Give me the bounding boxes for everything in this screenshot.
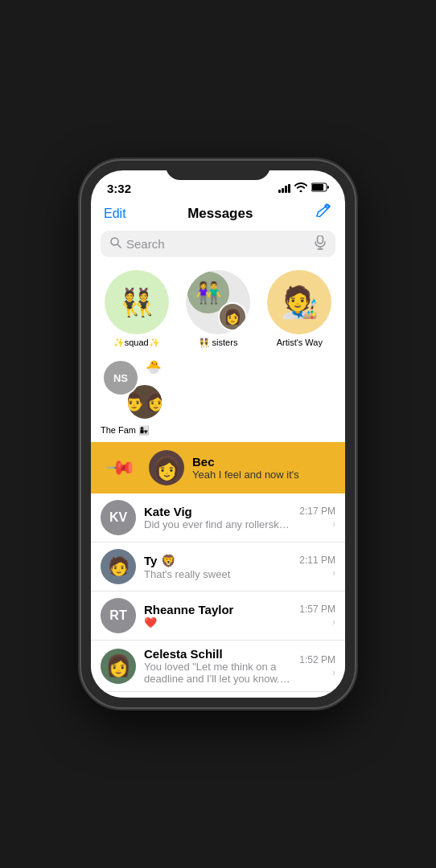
bec-preview: Yeah I feel and now it's — [192, 469, 335, 481]
ty-time: 2:11 PM — [299, 555, 335, 566]
kate-vig-name: Kate Vig — [144, 505, 291, 518]
message-row-charlotte[interactable]: CJ Charlotte Judge 10:18 AM › — [91, 692, 345, 698]
message-list: KV Kate Vig Did you ever find any roller… — [91, 493, 345, 698]
rheanne-chevron: › — [332, 616, 335, 628]
notch — [166, 161, 270, 180]
ty-name: Ty 🦁 — [144, 554, 291, 568]
messages-header: Edit Messages — [91, 199, 345, 231]
signal-icon — [278, 184, 290, 193]
group-artists-way[interactable]: 🧑‍🎨 Artist's Way — [261, 270, 339, 348]
kate-vig-time: 2:17 PM — [299, 506, 335, 517]
rheanne-body: Rheanne Taylor ❤️ — [144, 603, 291, 628]
group-sisters[interactable]: 👫 👩 👯 sisters — [179, 270, 257, 348]
search-placeholder: Search — [126, 237, 310, 251]
celesta-body: Celesta Schill You loved "Let me think o… — [144, 647, 291, 685]
status-time: 3:32 — [107, 182, 131, 195]
compose-button[interactable] — [315, 203, 332, 224]
bec-name: Bec — [192, 455, 335, 469]
fam-label: The Fam 👩‍👧 — [101, 425, 150, 436]
message-row-ty[interactable]: 🧑 Ty 🦁 That's really sweet 2:11 PM › — [91, 542, 345, 592]
sisters-label: 👯 sisters — [199, 338, 238, 348]
artists-label: Artist's Way — [277, 338, 323, 347]
bec-message-content: Bec Yeah I feel and now it's — [192, 455, 335, 481]
mic-icon[interactable] — [315, 235, 326, 252]
kate-vig-body: Kate Vig Did you ever find any rollerska… — [144, 505, 291, 530]
kate-vig-preview: Did you ever find any rollerskates? — [144, 518, 291, 530]
bec-avatar: 👩 — [149, 450, 184, 485]
pin-icon-area: 📌 — [101, 457, 141, 479]
battery-icon — [311, 182, 329, 194]
phone-frame: 3:32 — [81, 161, 355, 707]
celesta-time: 1:52 PM — [299, 654, 335, 665]
fam-ns-avatar: NS — [102, 359, 139, 396]
fam-avatar: NS 🐣 👨‍👩 — [101, 358, 165, 422]
rheanne-meta: 1:57 PM › — [299, 604, 335, 628]
rheanne-preview: ❤️ — [144, 616, 291, 628]
page-title: Messages — [187, 206, 253, 222]
pin-icon: 📌 — [104, 451, 137, 484]
svg-rect-5 — [318, 235, 323, 244]
kate-vig-chevron: › — [332, 518, 335, 530]
artists-avatar: 🧑‍🎨 — [267, 270, 331, 334]
rheanne-avatar: RT — [101, 598, 136, 633]
celesta-chevron: › — [332, 667, 335, 678]
ty-chevron: › — [332, 567, 335, 579]
ty-avatar: 🧑 — [101, 549, 136, 584]
ty-body: Ty 🦁 That's really sweet — [144, 554, 291, 580]
celesta-preview: You loved "Let me think on a deadline an… — [144, 661, 291, 685]
celesta-avatar: 👩 — [101, 649, 136, 684]
sisters-avatar: 👫 👩 — [186, 270, 250, 334]
celesta-meta: 1:52 PM › — [299, 654, 335, 678]
celesta-name: Celesta Schill — [144, 647, 291, 661]
search-icon — [110, 237, 121, 251]
phone-screen: 3:32 — [91, 170, 345, 698]
message-row-kate-vig[interactable]: KV Kate Vig Did you ever find any roller… — [91, 493, 345, 542]
svg-point-3 — [111, 238, 118, 245]
group-the-fam[interactable]: NS 🐣 👨‍👩 The Fam 👩‍👧 — [101, 358, 339, 436]
group-squad[interactable]: 👯 ✨squad✨ — [97, 270, 175, 348]
the-fam-section: NS 🐣 👨‍👩 The Fam 👩‍👧 — [91, 354, 345, 442]
search-bar[interactable]: Search — [101, 231, 335, 257]
ty-meta: 2:11 PM › — [299, 555, 335, 579]
squad-label: ✨squad✨ — [113, 338, 160, 348]
fam-emoji-icon: 🐣 — [146, 359, 162, 375]
ty-preview: That's really sweet — [144, 568, 291, 580]
pinned-groups: 👯 ✨squad✨ 👫 👩 👯 sisters — [91, 265, 345, 354]
pinned-bec-row[interactable]: 📌 👩 Bec Yeah I feel and now it's — [91, 442, 345, 493]
edit-button[interactable]: Edit — [104, 207, 126, 221]
rheanne-time: 1:57 PM — [299, 604, 335, 615]
rheanne-name: Rheanne Taylor — [144, 603, 291, 616]
wifi-icon — [294, 182, 307, 194]
svg-rect-1 — [312, 184, 323, 190]
svg-line-4 — [118, 245, 121, 248]
message-row-rheanne[interactable]: RT Rheanne Taylor ❤️ 1:57 PM › — [91, 592, 345, 641]
status-icons — [278, 182, 329, 194]
kate-vig-meta: 2:17 PM › — [299, 506, 335, 530]
kate-vig-avatar: KV — [101, 500, 136, 535]
squad-avatar: 👯 — [105, 270, 169, 334]
message-row-celesta[interactable]: 👩 Celesta Schill You loved "Let me think… — [91, 641, 345, 692]
